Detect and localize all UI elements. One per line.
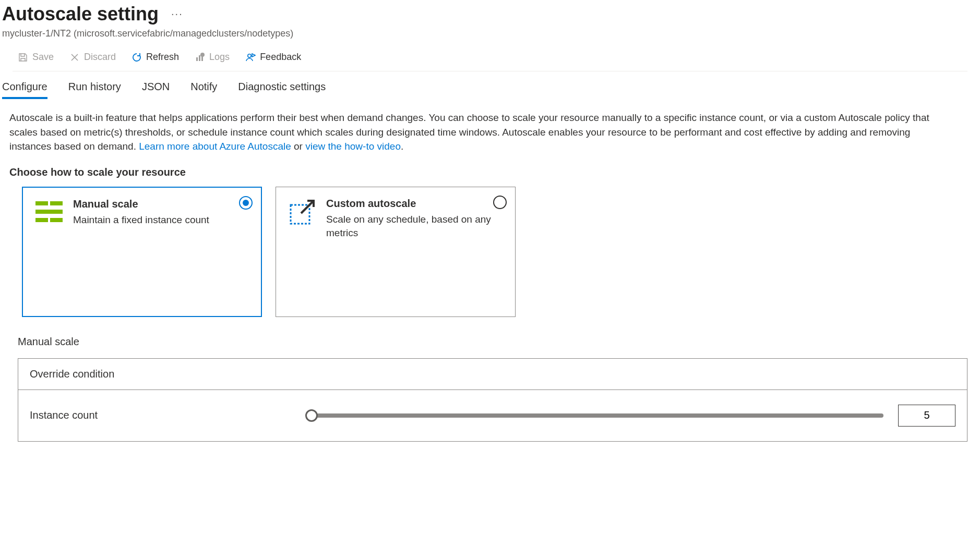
discard-label: Discard: [84, 52, 116, 63]
save-label: Save: [32, 52, 54, 63]
feedback-button[interactable]: Feedback: [240, 50, 306, 65]
instance-count-label: Instance count: [30, 409, 312, 421]
tab-json[interactable]: JSON: [142, 81, 170, 99]
override-condition-label: Override condition: [30, 368, 114, 380]
learn-more-link[interactable]: Learn more about Azure Autoscale: [139, 141, 291, 152]
page-title: Autoscale setting: [2, 3, 159, 25]
custom-autoscale-title: Custom autoscale: [326, 198, 504, 210]
svg-point-3: [200, 53, 205, 57]
save-icon: [18, 52, 28, 63]
logs-icon: [195, 52, 205, 63]
refresh-label: Refresh: [146, 52, 179, 63]
manual-scale-title: Manual scale: [73, 198, 249, 210]
intro-after: .: [401, 141, 403, 152]
manual-scale-desc: Maintain a fixed instance count: [73, 213, 249, 227]
tab-configure[interactable]: Configure: [2, 81, 47, 99]
instance-count-input[interactable]: [898, 405, 955, 427]
custom-autoscale-radio[interactable]: [493, 196, 507, 209]
svg-rect-5: [35, 201, 48, 205]
scale-mode-cards: Manual scale Maintain a fixed instance c…: [22, 187, 967, 317]
choose-scale-heading: Choose how to scale your resource: [9, 166, 967, 178]
slider-thumb-icon[interactable]: [305, 409, 318, 422]
instance-count-slider[interactable]: [312, 413, 883, 418]
feedback-icon: [245, 52, 256, 63]
tab-run-history[interactable]: Run history: [68, 81, 121, 99]
close-icon: [69, 52, 80, 63]
refresh-icon: [132, 52, 142, 63]
manual-scale-card[interactable]: Manual scale Maintain a fixed instance c…: [22, 187, 262, 317]
custom-autoscale-icon: [288, 198, 317, 227]
intro-text: Autoscale is a built-in feature that hel…: [9, 111, 938, 154]
svg-point-4: [248, 54, 251, 57]
custom-autoscale-desc: Scale on any schedule, based on any metr…: [326, 213, 504, 240]
logs-label: Logs: [209, 52, 230, 63]
tab-bar: Configure Run history JSON Notify Diagno…: [2, 81, 967, 99]
refresh-button[interactable]: Refresh: [126, 50, 184, 65]
tab-diagnostic-settings[interactable]: Diagnostic settings: [238, 81, 326, 99]
feedback-label: Feedback: [260, 52, 301, 63]
svg-rect-7: [35, 210, 63, 214]
svg-rect-0: [196, 57, 198, 61]
tab-notify[interactable]: Notify: [190, 81, 217, 99]
discard-button[interactable]: Discard: [64, 50, 121, 65]
svg-rect-8: [35, 218, 48, 222]
svg-rect-6: [50, 201, 63, 205]
save-button[interactable]: Save: [13, 50, 59, 65]
more-actions-icon[interactable]: ···: [171, 8, 183, 20]
manual-scale-radio[interactable]: [239, 196, 253, 210]
manual-scale-section-heading: Manual scale: [18, 336, 967, 348]
command-bar: Save Discard Refresh Logs Feedback: [13, 50, 967, 71]
svg-rect-1: [199, 55, 200, 61]
breadcrumb: mycluster-1/NT2 (microsoft.servicefabric…: [2, 28, 967, 39]
logs-button[interactable]: Logs: [189, 50, 235, 65]
manual-scale-icon: [34, 198, 64, 227]
override-condition-row: Override condition: [18, 359, 967, 390]
svg-rect-9: [50, 218, 63, 222]
custom-autoscale-card[interactable]: Custom autoscale Scale on any schedule, …: [276, 187, 516, 317]
intro-between: or: [294, 141, 305, 152]
howto-video-link[interactable]: view the how-to video: [305, 141, 401, 152]
instance-count-row: Instance count: [18, 390, 967, 441]
manual-scale-panel: Override condition Instance count: [18, 358, 967, 442]
